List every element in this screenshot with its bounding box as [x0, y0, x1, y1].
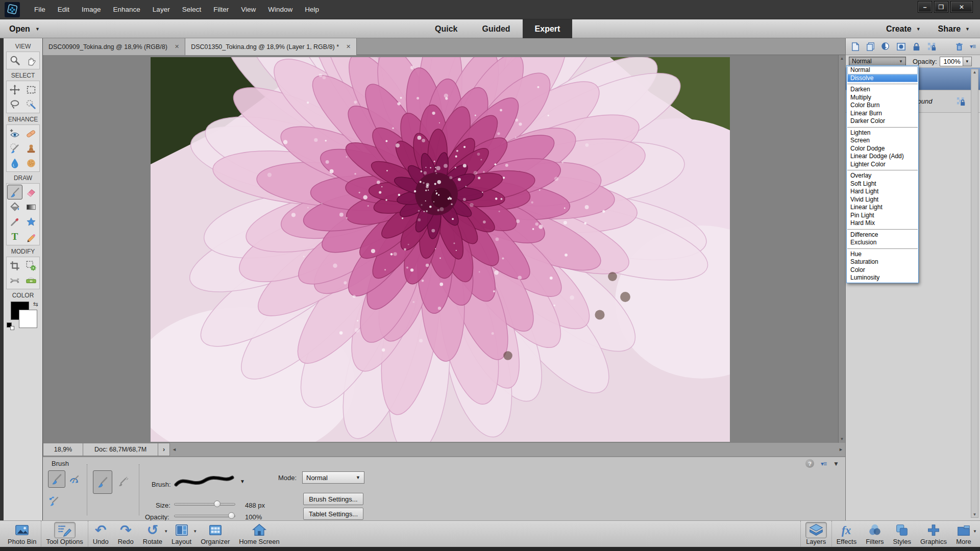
tool-spot-healing[interactable]	[23, 126, 39, 141]
impressionist-brush-variant[interactable]	[67, 472, 82, 487]
canvas-area[interactable]: ▲ ▼	[43, 55, 845, 443]
tab-close-icon[interactable]: ✕	[346, 43, 351, 50]
zoom-level-field[interactable]: 18,9%	[43, 443, 83, 456]
menu-image[interactable]: Image	[76, 0, 107, 19]
color-replacement-brush-variant[interactable]	[47, 494, 61, 508]
mode-tab-expert[interactable]: Expert	[523, 19, 573, 38]
taskbar-more-button[interactable]: More▼	[951, 521, 976, 547]
help-icon[interactable]: ?	[805, 459, 814, 468]
tool-pencil[interactable]	[23, 229, 39, 244]
tool-move[interactable]	[7, 82, 22, 97]
swap-colors-icon[interactable]: ⇆	[33, 300, 38, 308]
doc-size-field[interactable]: Doc: 68,7M/68,7M	[83, 443, 158, 456]
menu-window[interactable]: Window	[262, 0, 299, 19]
scroll-right-arrow[interactable]: ►	[839, 447, 843, 452]
open-button[interactable]: Open ▼	[9, 19, 40, 38]
brush-picker-arrow[interactable]: ▼	[240, 479, 245, 484]
blend-option-color[interactable]: Color	[847, 266, 918, 274]
blend-option-vivid-light[interactable]: Vivid Light	[847, 196, 918, 204]
create-button[interactable]: Create▼	[886, 24, 921, 34]
layers-panel-menu-icon[interactable]: ▾≡	[970, 43, 975, 50]
menu-view[interactable]: View	[235, 0, 262, 19]
delete-layer-icon[interactable]	[954, 42, 964, 52]
default-colors-icon[interactable]	[7, 322, 14, 330]
adjustment-layer-icon[interactable]	[881, 42, 891, 52]
tool-shape[interactable]	[23, 214, 39, 229]
blend-option-lighter-color[interactable]: Lighter Color	[847, 161, 918, 169]
document-tab-2[interactable]: DSC01350_Tokina.dng @ 18,9% (Layer 1, RG…	[185, 38, 357, 55]
blend-option-dissolve[interactable]: Dissolve	[847, 74, 918, 83]
menu-enhance[interactable]: Enhance	[107, 0, 146, 19]
taskbar-styles-button[interactable]: Styles	[889, 521, 916, 547]
brush-stroke-preview[interactable]	[173, 472, 235, 491]
menu-edit[interactable]: Edit	[52, 0, 76, 19]
menu-layer[interactable]: Layer	[146, 0, 176, 19]
blend-option-multiply[interactable]: Multiply	[847, 94, 918, 102]
tool-red-eye[interactable]	[7, 126, 22, 141]
tool-zoom[interactable]	[7, 53, 22, 68]
mode-tab-guided[interactable]: Guided	[470, 19, 522, 38]
open-dropdown-arrow[interactable]: ▼	[35, 27, 40, 32]
blend-option-color-dodge[interactable]: Color Dodge	[847, 145, 918, 153]
scroll-left-arrow[interactable]: ◄	[172, 447, 177, 452]
blend-option-lighten[interactable]: Lighten	[847, 129, 918, 137]
blend-option-overlay[interactable]: Overlay	[847, 172, 918, 180]
new-layer-icon[interactable]	[850, 42, 860, 52]
taskbar-rotate-button[interactable]: ↺Rotate▼	[138, 521, 167, 547]
taskbar-layers-button[interactable]: Layers	[800, 521, 832, 547]
share-button[interactable]: Share▼	[938, 24, 970, 34]
blend-option-luminosity[interactable]: Luminosity	[847, 274, 918, 282]
tool-eyedropper[interactable]	[7, 214, 22, 229]
layers-scroll-down[interactable]: ▼	[971, 512, 978, 517]
size-slider[interactable]	[174, 500, 235, 508]
blend-option-difference[interactable]: Difference	[847, 231, 918, 239]
close-button[interactable]: ✕	[950, 1, 973, 13]
tool-sponge[interactable]	[23, 156, 39, 170]
vertical-scrollbar[interactable]: ▲ ▼	[838, 55, 845, 443]
tool-content-move[interactable]	[7, 273, 22, 288]
tool-brush[interactable]	[7, 185, 22, 199]
tool-smart-brush[interactable]	[7, 141, 22, 156]
blend-option-normal[interactable]: Normal	[847, 66, 918, 74]
menu-filter[interactable]: Filter	[207, 0, 235, 19]
blend-option-color-burn[interactable]: Color Burn	[847, 102, 918, 110]
taskbar-effects-button[interactable]: fxEffects	[832, 521, 862, 547]
blend-option-hue[interactable]: Hue	[847, 251, 918, 259]
blend-option-pin-light[interactable]: Pin Light	[847, 212, 918, 220]
brush-settings-button[interactable]: Brush Settings...	[303, 493, 363, 505]
menu-help[interactable]: Help	[299, 0, 325, 19]
menu-file[interactable]: File	[28, 0, 52, 19]
tool-paint-bucket[interactable]	[7, 199, 22, 214]
tool-recompose[interactable]	[23, 258, 39, 273]
lock-transparent-pixels-icon[interactable]	[927, 42, 937, 52]
blend-option-linear-light[interactable]: Linear Light	[847, 204, 918, 212]
taskbar-layout-button[interactable]: Layout▼	[167, 521, 196, 547]
panel-menu-icon[interactable]: ▾≡	[821, 460, 826, 467]
more-dropdown-arrow[interactable]: ▼	[973, 529, 977, 534]
opacity-slider[interactable]	[174, 512, 235, 519]
tablet-settings-button[interactable]: Tablet Settings...	[303, 508, 363, 520]
layer-opacity-arrow[interactable]: ▼	[963, 57, 972, 66]
lock-all-icon[interactable]	[912, 42, 921, 52]
tool-crop[interactable]	[7, 258, 22, 273]
brush-mode-button[interactable]	[93, 470, 112, 494]
taskbar-undo-button[interactable]: ↶Undo	[88, 521, 113, 547]
blend-mode-select[interactable]: Normal ▼	[849, 57, 906, 66]
blend-option-darken[interactable]: Darken	[847, 86, 918, 94]
size-slider-knob[interactable]	[214, 500, 220, 507]
scroll-down-arrow[interactable]: ▼	[839, 436, 845, 443]
layer-opacity-field[interactable]: 100%	[940, 57, 963, 66]
taskbar-filters-button[interactable]: Filters	[861, 521, 888, 547]
tool-straighten[interactable]	[23, 273, 39, 288]
blend-option-exclusion[interactable]: Exclusion	[847, 239, 918, 247]
airbrush-mode-button[interactable]	[115, 473, 131, 489]
background-color-swatch[interactable]	[19, 310, 37, 328]
tab-close-icon[interactable]: ✕	[175, 43, 179, 50]
horizontal-scrollbar[interactable]: ◄ ►	[170, 443, 845, 456]
layers-scroll-up[interactable]: ▲	[971, 70, 978, 74]
taskbar-redo-button[interactable]: ↷Redo	[113, 521, 138, 547]
tool-blur[interactable]	[7, 156, 22, 170]
blend-option-screen[interactable]: Screen	[847, 137, 918, 145]
brush-tool-variant[interactable]	[48, 470, 65, 488]
layer-mask-icon[interactable]	[896, 42, 906, 52]
